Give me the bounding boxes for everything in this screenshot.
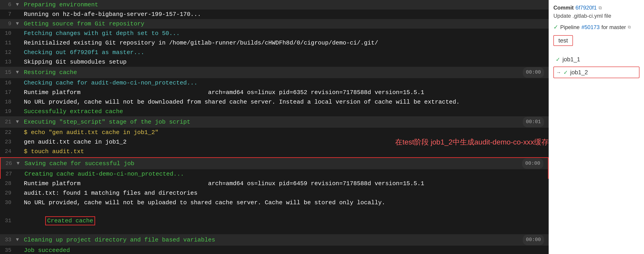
line-content: Creating cache audit-demo-ci-non_protect… bbox=[24, 170, 548, 178]
created-cache-badge: Created cache bbox=[45, 216, 95, 225]
line-content: Restoring cache bbox=[23, 68, 523, 77]
line-content: Getting source from Git repository bbox=[23, 20, 549, 28]
job-check-icon: ✓ bbox=[564, 69, 568, 76]
pipeline-label: Pipeline bbox=[560, 24, 580, 30]
line-content: Skipping Git submodules setup bbox=[23, 58, 549, 66]
copy-icon[interactable]: ⧉ bbox=[598, 5, 602, 10]
arrow-right-icon: → bbox=[556, 70, 561, 76]
job-check-icon: ✓ bbox=[556, 56, 560, 63]
line-content: Preparing environment bbox=[23, 0, 549, 9]
log-line-18: 18 No URL provided, cache will not be do… bbox=[0, 97, 549, 107]
timestamp-badge: 00:00 bbox=[523, 67, 544, 78]
log-line-29: 29 audit.txt: found 1 matching files and… bbox=[0, 188, 549, 198]
line-number: 17 bbox=[0, 88, 16, 97]
pipeline-status-icon: ✓ bbox=[554, 24, 558, 31]
commit-section: Commit 6f7920f1 ⧉ Update .gitlab-ci.yml … bbox=[554, 4, 640, 19]
line-number: 21 bbox=[0, 118, 16, 126]
line-content: No URL provided, cache will not be uploa… bbox=[23, 198, 549, 207]
line-content: $ echo "gen audit.txt cache in job1_2" bbox=[23, 128, 549, 137]
chevron-icon[interactable]: ▼ bbox=[16, 20, 23, 28]
chevron-icon[interactable]: ▼ bbox=[16, 68, 23, 77]
log-line-31: 31 Created cache bbox=[0, 208, 549, 234]
log-line-13: 13 Skipping Git submodules setup bbox=[0, 57, 549, 67]
line-content: Saving cache for successful job bbox=[24, 159, 522, 168]
pipeline-section: ✓ Pipeline #50173 for master ⧉ bbox=[554, 24, 640, 31]
line-content: Executing "step_script" stage of the job… bbox=[23, 118, 523, 126]
chevron-icon[interactable]: ▼ bbox=[16, 236, 23, 244]
pipeline-row: ✓ Pipeline #50173 for master ⧉ bbox=[554, 24, 640, 31]
log-line-26: 26 ▼ Saving cache for successful job 00:… bbox=[0, 157, 549, 169]
log-line-19: 19 Successfully extracted cache bbox=[0, 107, 549, 116]
chevron-icon[interactable]: ▼ bbox=[16, 0, 23, 9]
line-number: 26 bbox=[1, 159, 16, 168]
annotation-text: 在test阶段 job1_2中生成audit-demo-co-xxx缓存 bbox=[395, 138, 549, 146]
line-number: 24 bbox=[0, 147, 16, 156]
line-number: 6 bbox=[0, 0, 16, 9]
log-line-10: 10 Fetching changes with git depth set t… bbox=[0, 29, 549, 38]
line-number: 27 bbox=[1, 170, 16, 178]
timestamp-badge: 00:01 bbox=[523, 117, 544, 127]
line-content: Running on hz-bd-afe-bigbang-server-199-… bbox=[23, 10, 549, 19]
line-content: Checking out 6f7920f1 as master... bbox=[23, 48, 549, 57]
log-line-17: 17 Runtime platform arch=amd64 os=linux … bbox=[0, 88, 549, 97]
line-number: 7 bbox=[0, 10, 16, 19]
log-line-35: 35 Job succeeded bbox=[0, 246, 549, 254]
copy-pipeline-icon[interactable]: ⧉ bbox=[628, 25, 631, 30]
log-line-15: 15 ▼ Restoring cache 00:00 bbox=[0, 67, 549, 78]
commit-row: Commit 6f7920f1 ⧉ bbox=[554, 4, 640, 11]
line-content: Checking cache for audit-demo-ci-non_pro… bbox=[23, 78, 549, 87]
line-number: 28 bbox=[0, 179, 16, 188]
line-number: 9 bbox=[0, 20, 16, 28]
line-number: 35 bbox=[0, 246, 16, 254]
line-number: 22 bbox=[0, 128, 16, 137]
log-line-6: 6 ▼ Preparing environment bbox=[0, 0, 549, 10]
line-number: 16 bbox=[0, 78, 16, 87]
line-content: audit.txt: found 1 matching files and di… bbox=[23, 189, 549, 198]
line-number: 10 bbox=[0, 29, 16, 38]
log-line-33: 33 ▼ Cleaning up project directory and f… bbox=[0, 234, 549, 246]
log-line-21: 21 ▼ Executing "step_script" stage of th… bbox=[0, 116, 549, 128]
line-content: Runtime platform arch=amd64 os=linux pid… bbox=[23, 88, 549, 97]
job-row-job1-1[interactable]: ✓ job1_1 bbox=[554, 54, 640, 65]
line-number: 31 bbox=[0, 216, 16, 225]
commit-label: Commit bbox=[554, 4, 574, 11]
log-line-24: 24 $ touch audit.txt bbox=[0, 147, 549, 156]
line-content: gen audit.txt cache in job1_2 bbox=[23, 138, 386, 146]
log-line-12: 12 Checking out 6f7920f1 as master... bbox=[0, 48, 549, 57]
log-line-30: 30 No URL provided, cache will not be up… bbox=[0, 198, 549, 208]
line-content: Reinitialized existing Git repository in… bbox=[23, 38, 549, 47]
log-line-23: 23 gen audit.txt cache in job1_2 在test阶段… bbox=[0, 137, 549, 147]
timestamp-badge: 00:00 bbox=[522, 158, 544, 169]
commit-hash[interactable]: 6f7920f1 bbox=[576, 4, 596, 11]
line-number: 18 bbox=[0, 98, 16, 106]
line-content: Job succeeded bbox=[23, 246, 549, 254]
line-number: 15 bbox=[0, 68, 16, 77]
log-line-11: 11 Reinitialized existing Git repository… bbox=[0, 38, 549, 48]
commit-message: Update .gitlab-ci.yml file bbox=[554, 13, 640, 19]
jobs-section: ✓ job1_1 → ✓ job1_2 bbox=[554, 54, 640, 78]
line-number: 33 bbox=[0, 236, 16, 244]
pipeline-link[interactable]: #50173 bbox=[581, 24, 600, 30]
line-number: 13 bbox=[0, 58, 16, 66]
line-content: $ touch audit.txt bbox=[23, 147, 549, 156]
terminal-area: 6 ▼ Preparing environment 7 Running on h… bbox=[0, 0, 549, 254]
log-line-9: 9 ▼ Getting source from Git repository bbox=[0, 19, 549, 29]
line-content: Cleaning up project directory and file b… bbox=[23, 236, 523, 244]
stage-box[interactable]: test bbox=[554, 35, 573, 46]
pipeline-suffix: for master bbox=[602, 24, 626, 30]
line-content: Runtime platform arch=amd64 os=linux pid… bbox=[23, 179, 549, 188]
log-line-16: 16 Checking cache for audit-demo-ci-non_… bbox=[0, 78, 549, 88]
job-row-job1-2[interactable]: → ✓ job1_2 bbox=[554, 66, 640, 78]
job-name: job1_2 bbox=[570, 69, 588, 76]
chevron-icon[interactable]: ▼ bbox=[16, 159, 24, 168]
line-content: Created cache bbox=[23, 208, 549, 234]
line-number: 30 bbox=[0, 198, 16, 207]
sidebar: Commit 6f7920f1 ⧉ Update .gitlab-ci.yml … bbox=[549, 0, 644, 254]
timestamp-badge: 00:00 bbox=[523, 235, 544, 245]
chevron-icon[interactable]: ▼ bbox=[16, 118, 23, 126]
line-number: 23 bbox=[0, 138, 16, 146]
job-name: job1_1 bbox=[562, 56, 580, 63]
line-number: 19 bbox=[0, 107, 16, 116]
log-line-27: 27 Creating cache audit-demo-ci-non_prot… bbox=[0, 169, 549, 179]
line-number: 12 bbox=[0, 48, 16, 57]
